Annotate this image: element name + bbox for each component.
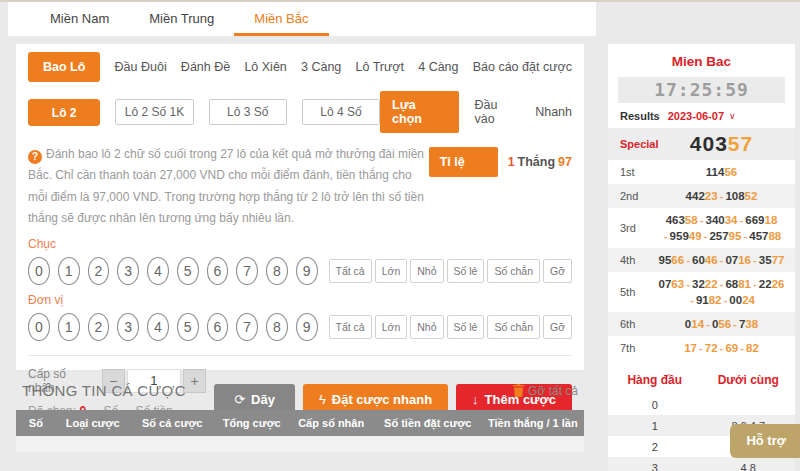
tab-4-cang[interactable]: 4 Càng bbox=[418, 60, 458, 74]
tens-filter-clear[interactable]: Gỡ bbox=[543, 259, 572, 283]
col-cap-so-nhan: Cấp số nhân bbox=[289, 417, 374, 429]
units-digit-1[interactable]: 1 bbox=[58, 313, 80, 341]
stats-row-0: 0 bbox=[608, 394, 795, 415]
col-tien-thang: Tiền thắng / 1 lần bbox=[482, 417, 584, 429]
units-digit-4[interactable]: 4 bbox=[147, 313, 169, 341]
tab-danh-de[interactable]: Đánh Đề bbox=[181, 60, 230, 74]
tens-digit-1[interactable]: 1 bbox=[58, 257, 80, 285]
support-button[interactable]: Hỗ trợ bbox=[730, 424, 800, 458]
tab-mien-trung[interactable]: Miền Trung bbox=[129, 2, 234, 36]
bet-info-section: THÔNG TIN CÁ CƯỢC Gỡ tất cả Số Loại cược… bbox=[16, 382, 584, 452]
col-so-ca-cuoc: Số cá cược bbox=[130, 417, 215, 429]
tens-digit-4[interactable]: 4 bbox=[147, 257, 169, 285]
results-label: Results bbox=[620, 110, 660, 122]
tens-digit-3[interactable]: 3 bbox=[117, 257, 139, 285]
odds-block: Tỉ lệ cược 1Thắng97 bbox=[429, 144, 572, 229]
prize-row-3rd: 3rd 46358-34034-66918 -95949-25795-45788 bbox=[608, 208, 795, 248]
input-mode-dau-vao[interactable]: Đầu vào bbox=[475, 98, 520, 126]
tens-digit-5[interactable]: 5 bbox=[177, 257, 199, 285]
prize-row-2nd: 2nd 44223-10852 bbox=[608, 184, 795, 208]
results-date-dropdown[interactable]: 2023-06-07 bbox=[668, 110, 724, 122]
results-date-row: Results 2023-06-07 ∨ bbox=[608, 103, 795, 128]
bet-info-table: Số Loại cược Số cá cược Tổng cược Cấp số… bbox=[16, 410, 584, 452]
tens-filter-odd[interactable]: Số lẻ bbox=[447, 259, 485, 283]
tens-filter-small[interactable]: Nhỏ bbox=[410, 259, 443, 283]
info-row: ?Đánh bao lô 2 chữ số cuối trong 27 lô c… bbox=[28, 144, 572, 229]
units-digit-3[interactable]: 3 bbox=[117, 313, 139, 341]
clear-all-button[interactable]: Gỡ tất cả bbox=[513, 384, 578, 398]
input-mode-tabs: Lựa chọn Đầu vào Nhanh bbox=[380, 91, 572, 133]
units-digit-9[interactable]: 9 bbox=[296, 313, 318, 341]
mode-lo-2-so[interactable]: Lô 2 Số bbox=[28, 99, 100, 126]
units-filter-even[interactable]: Số chẵn bbox=[487, 315, 540, 339]
col-loai-cuoc: Loại cược bbox=[56, 417, 130, 429]
tens-digit-8[interactable]: 8 bbox=[266, 257, 288, 285]
tab-lo-xien[interactable]: Lô Xiên bbox=[244, 60, 286, 74]
units-filter-small[interactable]: Nhỏ bbox=[410, 315, 443, 339]
tab-mien-nam[interactable]: Miền Nam bbox=[30, 2, 129, 36]
tab-lo-truot[interactable]: Lô Trượt bbox=[355, 60, 404, 74]
stats-tail-col: Dưới cùng bbox=[702, 373, 796, 387]
special-number: 40357 bbox=[658, 132, 795, 156]
chevron-down-icon[interactable]: ∨ bbox=[729, 111, 736, 121]
units-digit-6[interactable]: 6 bbox=[207, 313, 229, 341]
game-description: ?Đánh bao lô 2 chữ số cuối trong 27 lô c… bbox=[28, 144, 429, 229]
units-filters: Tất cả Lớn Nhỏ Số lẻ Số chẵn Gỡ bbox=[326, 315, 573, 339]
special-prize-row: Special 40357 bbox=[608, 128, 795, 160]
prize-row-5th: 5th 0763-3222-6881-2226 -9182-0024 bbox=[608, 272, 795, 312]
tab-bao-cao[interactable]: Báo cáo đặt cược bbox=[473, 60, 572, 74]
question-icon: ? bbox=[28, 150, 42, 164]
description-text: Đánh bao lô 2 chữ số cuối trong 27 lô củ… bbox=[28, 147, 424, 225]
units-digit-0[interactable]: 0 bbox=[28, 313, 50, 341]
units-filter-clear[interactable]: Gỡ bbox=[543, 315, 572, 339]
mode-lo-4-so[interactable]: Lô 4 Số bbox=[302, 99, 380, 125]
tens-digit-9[interactable]: 9 bbox=[296, 257, 318, 285]
tens-digit-2[interactable]: 2 bbox=[88, 257, 110, 285]
tab-dau-duoi[interactable]: Đầu Đuôi bbox=[115, 60, 167, 74]
odds-ratio-button[interactable]: Tỉ lệ cược bbox=[429, 147, 498, 177]
odds-text: 1Thắng97 bbox=[508, 147, 572, 177]
tens-digit-6[interactable]: 6 bbox=[207, 257, 229, 285]
sidebar-title: Mien Bac bbox=[608, 44, 795, 77]
units-filter-all[interactable]: Tất cả bbox=[329, 315, 372, 339]
bet-table-header: Số Loại cược Số cá cược Tổng cược Cấp số… bbox=[16, 410, 584, 436]
bet-panel: Bao Lô Đầu Đuôi Đánh Đề Lô Xiên 3 Càng L… bbox=[16, 44, 584, 370]
stats-row-3: 3 4,8 bbox=[608, 457, 795, 471]
tens-digit-7[interactable]: 7 bbox=[236, 257, 258, 285]
tens-digit-row: 0 1 2 3 4 5 6 7 8 9 Tất cả Lớn Nhỏ Số lẻ… bbox=[28, 257, 572, 285]
region-tab-bar: Miền Nam Miền Trung Miền Bắc bbox=[8, 2, 596, 36]
odds-stake: 1 bbox=[508, 155, 515, 169]
units-label: Đơn vị bbox=[28, 293, 572, 307]
stats-header: Hàng đầu Dưới cùng bbox=[608, 364, 795, 394]
odds-win-value: 97 bbox=[558, 155, 572, 169]
odds-win-label: Thắng bbox=[518, 155, 556, 169]
countdown-clock: 17:25:59 bbox=[618, 77, 785, 103]
units-filter-big[interactable]: Lớn bbox=[375, 315, 408, 339]
tens-filter-big[interactable]: Lớn bbox=[375, 259, 408, 283]
prize-row-1st: 1st 11456 bbox=[608, 160, 795, 184]
trash-icon bbox=[513, 384, 524, 397]
input-mode-lua-chon[interactable]: Lựa chọn bbox=[380, 91, 459, 133]
col-so-tien-dat-cuoc: Số tiền đặt cược bbox=[374, 417, 482, 429]
units-filter-odd[interactable]: Số lẻ bbox=[447, 315, 485, 339]
tab-bao-lo[interactable]: Bao Lô bbox=[28, 52, 100, 82]
tens-filters: Tất cả Lớn Nhỏ Số lẻ Số chẵn Gỡ bbox=[326, 259, 573, 283]
input-mode-nhanh[interactable]: Nhanh bbox=[535, 105, 572, 119]
tab-3-cang[interactable]: 3 Càng bbox=[301, 60, 341, 74]
units-digit-7[interactable]: 7 bbox=[236, 313, 258, 341]
tab-mien-bac[interactable]: Miền Bắc bbox=[234, 2, 328, 36]
stats-head-col: Hàng đầu bbox=[608, 373, 702, 387]
tens-digit-0[interactable]: 0 bbox=[28, 257, 50, 285]
tens-filter-even[interactable]: Số chẵn bbox=[487, 259, 540, 283]
tens-filter-all[interactable]: Tất cả bbox=[329, 259, 372, 283]
prize-row-6th: 6th 014-056-738 bbox=[608, 312, 795, 336]
mode-lo-2-so-1k[interactable]: Lô 2 Số 1K bbox=[115, 99, 193, 125]
bet-type-tabs: Bao Lô Đầu Đuôi Đánh Đề Lô Xiên 3 Càng L… bbox=[28, 52, 572, 82]
units-digit-2[interactable]: 2 bbox=[88, 313, 110, 341]
prize-row-7th: 7th 17-72-69-82 bbox=[608, 336, 795, 360]
units-digit-5[interactable]: 5 bbox=[177, 313, 199, 341]
col-so: Số bbox=[16, 417, 56, 429]
results-sidebar: Mien Bac 17:25:59 Results 2023-06-07 ∨ S… bbox=[608, 44, 795, 471]
units-digit-8[interactable]: 8 bbox=[266, 313, 288, 341]
mode-lo-3-so[interactable]: Lô 3 Số bbox=[209, 99, 287, 125]
